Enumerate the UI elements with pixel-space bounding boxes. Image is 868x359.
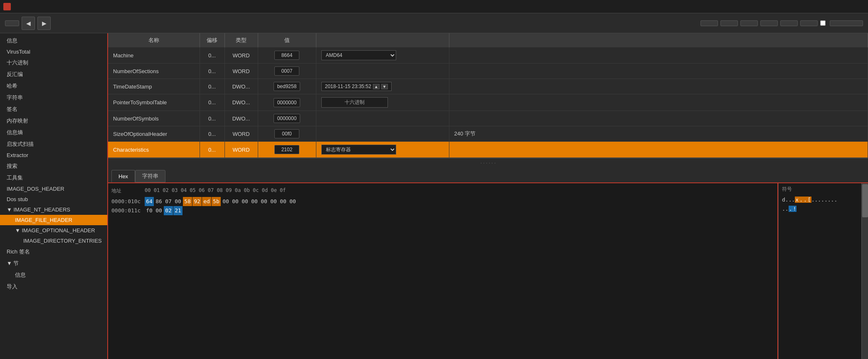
spin-up[interactable]: ▲	[373, 84, 380, 89]
hex-byte[interactable]: 00	[288, 197, 297, 206]
cell-offset: 0...	[200, 142, 224, 158]
minimize-button[interactable]	[806, 0, 825, 13]
hex-byte[interactable]: 58	[183, 197, 192, 206]
table-row[interactable]: SizeOfOptionalHeader0...WORD00f0240 字节	[108, 126, 868, 142]
sidebar-item-sections[interactable]: ▼ 节	[0, 258, 107, 269]
cell-extra	[449, 64, 868, 79]
cell-name: TimeDateStamp	[108, 79, 200, 94]
toolbar: ◀ ▶	[0, 13, 868, 33]
sidebar-item-info[interactable]: 信息	[0, 35, 107, 47]
hex-byte[interactable]: ed	[202, 197, 211, 206]
startup-button[interactable]	[800, 20, 818, 26]
reload-button[interactable]	[5, 20, 19, 26]
sidebar-item-rich_sig[interactable]: Rich 签名	[0, 246, 107, 258]
main-layout: 信息VirusTotal十六进制反汇编哈希字符串签名内存映射信息熵启发式扫描Ex…	[0, 33, 868, 359]
sidebar-item-hex[interactable]: 十六进制	[0, 57, 107, 69]
sidebar-item-nt_headers[interactable]: ▼ IMAGE_NT_HEADERS	[0, 204, 107, 215]
sidebar-item-virustotal[interactable]: VirusTotal	[0, 47, 107, 57]
sidebar-item-extractor[interactable]: Extractor	[0, 150, 107, 160]
forward-button[interactable]: ▶	[37, 17, 51, 30]
memmap-button[interactable]	[760, 20, 778, 26]
cell-type: DWO...	[224, 79, 258, 94]
hex-header: 地址 00 01 02 03 04 05 06 07 08 09 0a 0b 0…	[111, 186, 774, 197]
hex-byte[interactable]: 00	[240, 197, 249, 206]
cell-name: PointerToSymbolTable	[108, 94, 200, 111]
close-button[interactable]	[846, 0, 865, 13]
app-icon	[3, 3, 11, 10]
hex-byte[interactable]: 00	[259, 197, 269, 206]
sidebar-item-entropy[interactable]: 信息熵	[0, 127, 107, 138]
hex-byte[interactable]: 02	[164, 206, 173, 215]
sidebar-item-disasm[interactable]: 反汇编	[0, 69, 107, 80]
back-button[interactable]: ◀	[22, 17, 35, 30]
hex-byte[interactable]: 64	[145, 197, 154, 206]
scrollbar-thumb[interactable]	[862, 184, 868, 217]
cell-detail	[316, 111, 449, 126]
hex-byte[interactable]: 07	[164, 197, 173, 206]
cell-detail	[316, 126, 449, 142]
entropy-button[interactable]	[780, 20, 798, 26]
sidebar-item-tools[interactable]: 工具集	[0, 172, 107, 184]
cell-name: NumberOfSymbols	[108, 111, 200, 126]
strings-button[interactable]	[740, 20, 758, 26]
hex-rows: 0000:010c648607005892ed5b000000000000000…	[111, 197, 774, 215]
disasm-button[interactable]	[720, 20, 738, 26]
col-header-detail	[316, 33, 449, 47]
hex-byte[interactable]: 00	[221, 197, 230, 206]
resize-divider[interactable]: · · · · · ·	[108, 158, 868, 167]
sidebar-item-imports[interactable]: 导入	[0, 281, 107, 293]
symbol-header: 符号	[782, 186, 858, 195]
sidebar-item-startup[interactable]: 启发式扫描	[0, 138, 107, 150]
cell-extra	[449, 142, 868, 158]
readonly-checkbox[interactable]	[820, 20, 826, 26]
hex-byte[interactable]: 00	[269, 197, 278, 206]
sidebar-item-dos_stub[interactable]: Dos stub	[0, 194, 107, 204]
hex-byte[interactable]: 00	[250, 197, 259, 206]
sidebar-item-search[interactable]: 搜索	[0, 160, 107, 172]
table-row[interactable]: NumberOfSections0...WORD0007	[108, 64, 868, 79]
sidebar: 信息VirusTotal十六进制反汇编哈希字符串签名内存映射信息熵启发式扫描Ex…	[0, 33, 108, 359]
hex-byte[interactable]: 5b	[212, 197, 221, 206]
cell-value: 0007	[258, 64, 316, 79]
cell-offset: 0...	[200, 126, 224, 142]
table-header-row: 名称 偏移 类型 值	[108, 33, 868, 47]
spin-down[interactable]: ▼	[381, 84, 388, 89]
hex-byte[interactable]: 00	[279, 197, 288, 206]
sidebar-item-optional_header[interactable]: ▼ IMAGE_OPTIONAL_HEADER	[0, 225, 107, 236]
sidebar-item-signature[interactable]: 签名	[0, 103, 107, 115]
save-button[interactable]	[830, 20, 863, 26]
hex-byte[interactable]: 00	[154, 206, 163, 215]
maximize-button[interactable]	[826, 0, 845, 13]
table-row[interactable]: Characteristics0...WORD2102标志寄存器	[108, 142, 868, 158]
sidebar-item-file_header[interactable]: IMAGE_FILE_HEADER	[0, 215, 107, 225]
sidebar-item-hash[interactable]: 哈希	[0, 80, 107, 92]
sidebar-item-sections_info[interactable]: 信息	[0, 269, 107, 281]
tab-strings[interactable]: 字符串	[135, 170, 165, 182]
table-row[interactable]: PointerToSymbolTable0...DWO...0000000十六进…	[108, 94, 868, 111]
symbol-row: d...x..[........	[782, 195, 858, 204]
sidebar-item-memmap[interactable]: 内存映射	[0, 115, 107, 127]
tab-hex[interactable]: Hex	[111, 170, 135, 182]
hex-button[interactable]	[700, 20, 718, 26]
toolbar-right	[700, 20, 863, 26]
hex-byte[interactable]: 00	[173, 197, 182, 206]
cell-type: WORD	[224, 47, 258, 64]
hex-byte[interactable]: f0	[145, 206, 154, 215]
hex-byte[interactable]: 92	[192, 197, 202, 206]
hex-byte[interactable]: 21	[173, 206, 182, 215]
detail-select[interactable]: 标志寄存器	[321, 145, 396, 155]
table-row[interactable]: NumberOfSymbols0...DWO...0000000	[108, 111, 868, 126]
cell-offset: 0...	[200, 47, 224, 64]
hex-row: 0000:010c648607005892ed5b000000000000000…	[111, 197, 774, 206]
sidebar-item-directory_entries[interactable]: IMAGE_DIRECTORY_ENTRIES	[0, 236, 107, 246]
hex-byte[interactable]: 00	[231, 197, 240, 206]
hex-scrollbar[interactable]	[861, 183, 868, 359]
table-row[interactable]: TimeDateStamp0...DWO...bed92582018-11-15…	[108, 79, 868, 94]
detail-select[interactable]: AMD64I386IA64ARM	[321, 50, 396, 60]
sidebar-item-dos_header[interactable]: IMAGE_DOS_HEADER	[0, 184, 107, 194]
hex-byte[interactable]: 86	[154, 197, 163, 206]
table-row[interactable]: Machine0...WORD8664AMD64I386IA64ARM	[108, 47, 868, 64]
sidebar-item-strings[interactable]: 字符串	[0, 92, 107, 103]
content-area: 名称 偏移 类型 值 Machine0...WORD8664AMD64I386I…	[108, 33, 868, 359]
cell-extra	[449, 47, 868, 64]
